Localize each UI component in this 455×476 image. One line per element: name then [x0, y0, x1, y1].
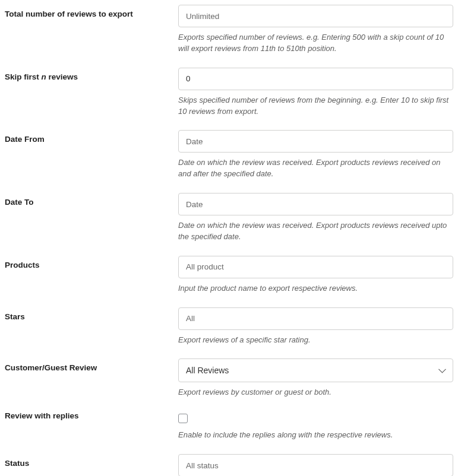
label-skip: Skip first n reviews [5, 68, 178, 81]
field-row-date-to: Date To Date on which the review was rec… [5, 193, 453, 243]
checkbox-replies[interactable] [178, 414, 188, 423]
help-products: Input the product name to export respect… [178, 283, 453, 294]
help-skip: Skips specified number of reviews from t… [178, 95, 453, 118]
select-wrap: All Reviews [178, 358, 453, 382]
help-customer-guest: Export reviews by customer or guest or b… [178, 387, 453, 398]
control-wrap: Date on which the review was received. E… [178, 193, 453, 243]
label-total-reviews: Total number of reviews to export [5, 5, 178, 18]
help-replies: Enable to include the replies along with… [178, 430, 453, 441]
field-row-skip: Skip first n reviews Skips specified num… [5, 68, 453, 118]
input-stars[interactable] [178, 307, 453, 330]
control-wrap: Input the product name to export respect… [178, 256, 453, 294]
export-settings-form: Total number of reviews to export Export… [5, 5, 453, 476]
label-skip-post: reviews [46, 72, 78, 81]
control-wrap: Enable to include the replies along with… [178, 411, 453, 441]
select-customer-guest[interactable]: All Reviews [178, 358, 453, 382]
input-date-from[interactable] [178, 130, 453, 153]
control-wrap: Export reviews by specific post status. [178, 454, 453, 476]
control-wrap: All Reviews Export reviews by customer o… [178, 358, 453, 398]
control-wrap: Export reviews of a specific star rating… [178, 307, 453, 346]
field-row-products: Products Input the product name to expor… [5, 256, 453, 294]
label-replies: Review with replies [5, 411, 178, 420]
field-row-date-from: Date From Date on which the review was r… [5, 130, 453, 180]
field-row-replies: Review with replies Enable to include th… [5, 411, 453, 441]
label-date-to: Date To [5, 193, 178, 207]
field-row-customer-guest: Customer/Guest Review All Reviews Export… [5, 358, 453, 398]
input-products[interactable] [178, 256, 453, 278]
label-skip-em: n [42, 72, 46, 81]
label-status: Status [5, 454, 178, 468]
field-row-total-reviews: Total number of reviews to export Export… [5, 5, 453, 55]
help-date-from: Date on which the review was received. E… [178, 157, 453, 180]
control-wrap: Date on which the review was received. E… [178, 130, 453, 180]
help-total-reviews: Exports specified number of reviews. e.g… [178, 32, 453, 55]
label-customer-guest: Customer/Guest Review [5, 358, 178, 372]
label-skip-pre: Skip first [5, 72, 42, 81]
control-wrap: Skips specified number of reviews from t… [178, 68, 453, 118]
field-row-stars: Stars Export reviews of a specific star … [5, 307, 453, 346]
help-stars: Export reviews of a specific star rating… [178, 335, 453, 346]
input-date-to[interactable] [178, 193, 453, 215]
help-date-to: Date on which the review was received. E… [178, 220, 453, 243]
input-status[interactable] [178, 454, 453, 476]
label-products: Products [5, 256, 178, 269]
input-skip[interactable] [178, 68, 453, 90]
label-date-from: Date From [5, 130, 178, 144]
field-row-status: Status Export reviews by specific post s… [5, 454, 453, 476]
input-total-reviews[interactable] [178, 5, 453, 27]
control-wrap: Exports specified number of reviews. e.g… [178, 5, 453, 55]
label-stars: Stars [5, 307, 178, 321]
